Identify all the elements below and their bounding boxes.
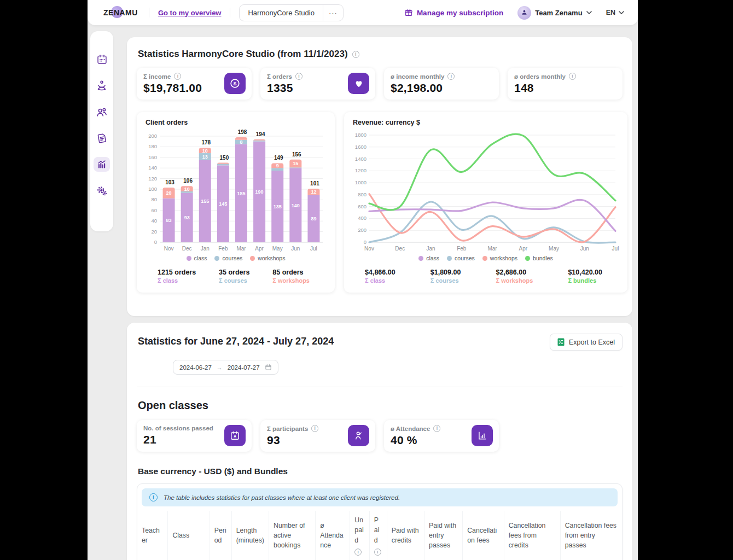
legend-item-class[interactable]: class <box>418 255 439 261</box>
yoga-icon <box>96 80 108 92</box>
sidebar-item-classes[interactable] <box>94 78 110 93</box>
legend-item-courses[interactable]: courses <box>447 255 475 261</box>
column-header: ø Attendance <box>316 511 350 560</box>
legend-item-workshops[interactable]: workshops <box>250 255 285 261</box>
svg-text:1600: 1600 <box>355 144 366 150</box>
language-menu[interactable]: EN <box>606 9 624 16</box>
info-icon[interactable] <box>174 73 181 80</box>
legend-item-bundles[interactable]: bundles <box>525 255 553 261</box>
screen: ZENAMU Go to my overview HarmonyCore Stu… <box>0 0 733 560</box>
svg-text:160: 160 <box>148 154 157 160</box>
settings-gears-icon <box>96 185 108 197</box>
info-icon[interactable] <box>447 73 455 80</box>
period-title: Statistics for June 27, 2024 - July 27, … <box>138 336 334 347</box>
info-icon[interactable] <box>374 549 381 556</box>
sidebar <box>90 31 113 231</box>
summary-item: $1,809.00Σ courses <box>431 269 461 284</box>
calendar-badge-icon: A <box>224 425 246 446</box>
column-header: Class <box>168 511 210 560</box>
arrow-right-icon: → <box>217 364 223 371</box>
legend-item-courses[interactable]: courses <box>214 255 242 261</box>
legend-item-class[interactable]: class <box>187 255 207 261</box>
svg-text:156: 156 <box>292 151 301 158</box>
date-range-picker[interactable]: 2024-06-27 → 2024-07-27 <box>173 360 278 375</box>
svg-text:40: 40 <box>151 218 157 224</box>
legend-item-workshops[interactable]: workshops <box>482 255 517 261</box>
base-currency-title: Base currency - USD ($) and Bundles <box>138 466 623 476</box>
participant-icon <box>348 425 369 446</box>
svg-text:194: 194 <box>256 131 265 137</box>
revenue-chart-tile: Revenue: currency $ 02004006008001000120… <box>344 112 627 293</box>
svg-text:$: $ <box>234 80 237 86</box>
info-icon[interactable] <box>354 549 362 556</box>
svg-text:May: May <box>549 246 559 252</box>
column-header: Cancellation fees from entry passes <box>560 511 622 560</box>
svg-text:1200: 1200 <box>355 167 366 173</box>
svg-text:Nov: Nov <box>164 246 174 252</box>
info-icon[interactable] <box>433 425 440 432</box>
client-orders-chart-tile: Client orders 02040608010012014016018020… <box>137 112 335 293</box>
overview-link[interactable]: Go to my overview <box>158 9 222 17</box>
svg-text:800: 800 <box>358 191 366 197</box>
summary-item: $10,420.00Σ bundles <box>568 269 602 284</box>
column-header: Paid with credits <box>387 511 424 560</box>
orders-summary: 1215 ordersΣ class 35 ordersΣ courses 85… <box>143 269 328 286</box>
app-viewport: ZENAMU Go to my overview HarmonyCore Stu… <box>88 0 638 560</box>
chart-title: Revenue: currency $ <box>353 119 621 126</box>
sidebar-item-calendar[interactable] <box>94 52 110 67</box>
svg-text:150: 150 <box>220 155 229 161</box>
calendar-icon <box>96 54 108 65</box>
team-menu[interactable]: Team Zenamu <box>517 6 591 20</box>
more-options-button[interactable]: ··· <box>323 5 343 21</box>
logo-text: ZENAMU <box>103 8 138 17</box>
attendance-chart-icon <box>472 425 493 446</box>
svg-text:140: 140 <box>292 203 300 208</box>
revenue-line-chart: 020040060080010001200140016001800NovDecJ… <box>351 127 621 254</box>
info-icon[interactable] <box>311 425 318 432</box>
sidebar-item-settings[interactable] <box>94 183 110 198</box>
kpi-participants: Σ participants 93 <box>260 420 375 452</box>
manage-subscription-link[interactable]: Manage my subscription <box>404 8 503 17</box>
column-header: Unpaid <box>350 511 370 560</box>
kpi-label: ø orders monthly <box>514 73 616 80</box>
sidebar-item-clients[interactable] <box>94 104 110 119</box>
column-header: Cancellation fees <box>463 511 504 560</box>
svg-text:145: 145 <box>219 201 227 207</box>
studio-selector-button[interactable]: HarmonyCore Studio <box>240 9 322 17</box>
svg-text:155: 155 <box>201 199 209 204</box>
legend-dot <box>187 256 191 261</box>
svg-text:101: 101 <box>310 180 319 186</box>
sidebar-item-statistics[interactable] <box>94 157 110 172</box>
svg-text:20: 20 <box>151 229 157 235</box>
svg-text:190: 190 <box>255 189 264 195</box>
column-header: Number of active bookings <box>269 511 316 560</box>
info-icon[interactable] <box>295 73 302 80</box>
svg-text:80: 80 <box>151 196 157 202</box>
legend-dot <box>250 256 255 261</box>
svg-text:15: 15 <box>293 161 298 166</box>
info-icon[interactable] <box>352 51 359 58</box>
date-from: 2024-06-27 <box>179 364 212 371</box>
svg-text:Jun: Jun <box>291 246 300 252</box>
info-icon[interactable] <box>569 73 576 80</box>
zenamu-logo[interactable]: ZENAMU <box>101 8 140 17</box>
svg-text:Jun: Jun <box>580 246 589 252</box>
navbar-right: Manage my subscription Team Zenamu EN <box>404 6 624 20</box>
kpi-value: 148 <box>514 81 616 95</box>
svg-text:200: 200 <box>148 133 157 139</box>
summary-item: 35 ordersΣ courses <box>219 269 249 284</box>
svg-text:60: 60 <box>151 207 157 213</box>
svg-text:Dec: Dec <box>395 246 405 252</box>
svg-text:93: 93 <box>184 215 190 220</box>
svg-text:12: 12 <box>311 189 316 195</box>
chevron-down-icon <box>586 11 592 14</box>
svg-text:1400: 1400 <box>355 156 366 162</box>
export-to-excel-button[interactable]: Export to Excel <box>550 334 623 351</box>
sidebar-item-documents[interactable] <box>94 131 110 145</box>
kpi-avg-income-monthly: ø income monthly $2,198.00 <box>384 68 499 100</box>
calendar-icon <box>265 364 272 371</box>
classes-table-container: The table includes statistics for past c… <box>137 483 623 560</box>
svg-text:Jul: Jul <box>310 246 317 252</box>
top-navbar: ZENAMU Go to my overview HarmonyCore Stu… <box>88 0 638 25</box>
chevron-down-icon <box>619 11 624 14</box>
